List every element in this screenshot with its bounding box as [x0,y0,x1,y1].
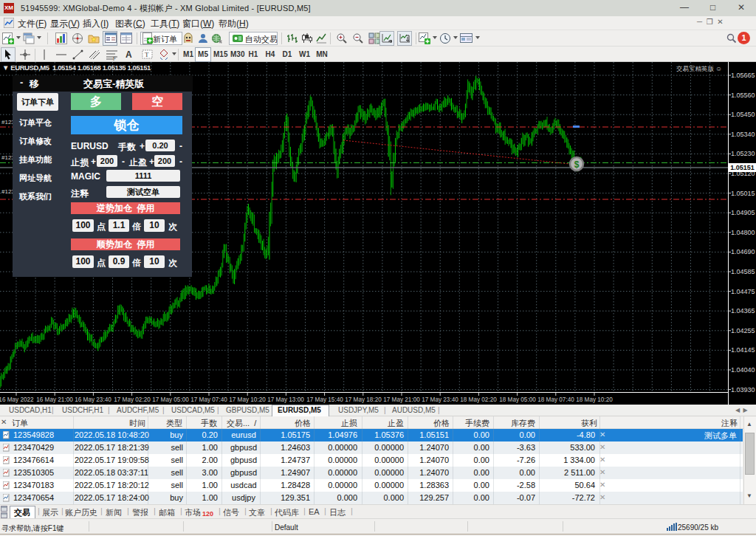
svg-text:F: F [113,56,116,61]
svg-text:$: $ [574,159,580,170]
svg-text:T: T [145,51,149,58]
